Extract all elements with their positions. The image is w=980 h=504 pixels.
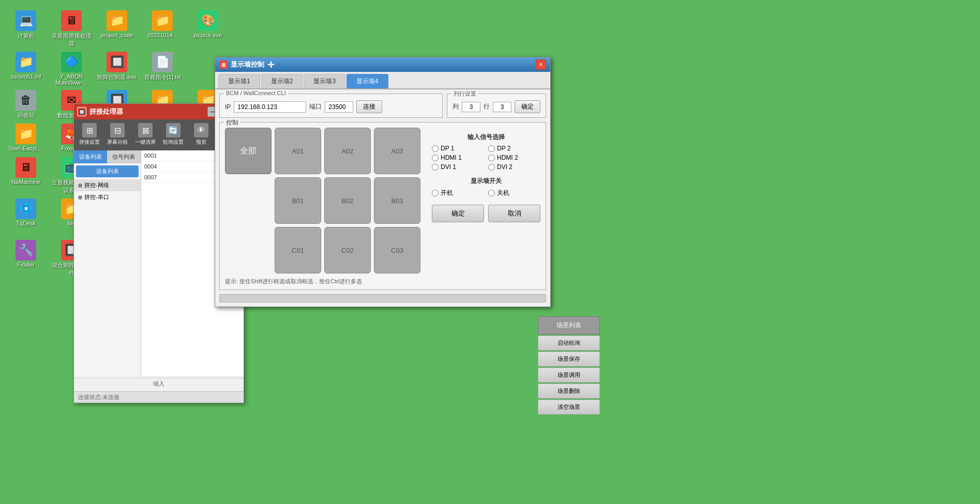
processor-title: 拼接处理器 — [89, 107, 123, 116]
display-control-titlebar: ⊞ 显示墙控制 ✛ × — [215, 57, 550, 72]
desktop-icon-fiddler[interactable]: 🔧 Fiddler — [5, 240, 47, 277]
scene-action-save[interactable]: 场景保存 — [538, 352, 600, 366]
display-control-window: ⊞ 显示墙控制 ✛ × 显示墙1 显示墙2 显示墙3 显示墙4 BCM / Wa… — [215, 57, 551, 307]
connect-btn[interactable]: 连接 — [356, 100, 382, 113]
ip-label: IP — [225, 103, 231, 111]
desktop-icon-matrix-ctrl[interactable]: 🔲 矩阵控制器.exe — [96, 52, 138, 86]
tool-btn-screen-group[interactable]: ⊟ 屏幕分组 — [104, 121, 131, 148]
tool-btn-preview[interactable]: 👁 预览 — [188, 121, 215, 148]
port-input[interactable] — [325, 101, 353, 113]
radio-hdmi1[interactable]: HDMI 1 — [432, 154, 484, 161]
tool-btn-polling[interactable]: 🔄 轮询设置 — [160, 121, 187, 148]
bottom-scroll[interactable] — [219, 294, 546, 302]
desktop-icon-start-easy[interactable]: 📁 Start-EasyL... — [5, 124, 47, 153]
scene-action-start-poll[interactable]: 启动轮询 — [538, 335, 600, 350]
desktop-icon-namachine[interactable]: 🖥 NaMachine — [5, 157, 47, 194]
processor-sidebar: 设备列表 信号列表 设备列表 拼控-网络 拼控-串口 — [74, 150, 141, 376]
desktop-icon-picpick[interactable]: 🎨 picpick.exe — [187, 10, 229, 48]
cell-c03[interactable]: C03 — [374, 227, 420, 273]
cell-b03[interactable]: B03 — [374, 177, 420, 224]
radio-power-on[interactable]: 开机 — [432, 189, 484, 197]
scene-action-apply[interactable]: 场景调用 — [538, 368, 600, 383]
radio-dp2[interactable]: DP 2 — [488, 145, 540, 152]
rc-legend: 列行设置 — [451, 90, 478, 98]
scene-panel: 场景列表 启动轮询 场景保存 场景调用 场景删除 清空场景 — [538, 316, 600, 415]
display-close-btn[interactable]: × — [536, 59, 546, 70]
radio-dvi2[interactable]: DVI 2 — [488, 163, 540, 171]
display-content: BCM / WallConnect CLI IP 端口 连接 列行设置 列 行 … — [215, 89, 550, 307]
processor-statusbar: 连接状态:未连接 — [74, 391, 244, 403]
control-cancel-btn[interactable]: 取消 — [488, 205, 540, 222]
desktop-icon-sscom[interactable]: 📁 sscom51.inf — [5, 52, 47, 86]
bcm-section: BCM / WallConnect CLI IP 端口 连接 — [219, 94, 443, 118]
tool-btn-splice[interactable]: ⊞ 拼接设置 — [76, 121, 103, 148]
cell-a03[interactable]: A03 — [374, 128, 420, 174]
tab-signal-list[interactable]: 信号列表 — [108, 150, 141, 163]
tab-display-2[interactable]: 显示墙2 — [261, 74, 303, 88]
all-btn[interactable]: 全部 — [225, 128, 272, 174]
display-tabs-bar: 显示墙1 显示墙2 显示墙3 显示墙4 — [215, 72, 550, 89]
desktop-icon-computer[interactable]: 💻 计算机 — [5, 10, 47, 48]
row-input[interactable] — [493, 102, 511, 112]
processor-title-icon: 🔲 — [77, 107, 86, 116]
desktop-icon-lxy[interactable]: 🖥 灵星雨拼接处理器 — [51, 10, 92, 48]
tab-display-4[interactable]: 显示墙4 — [346, 74, 388, 88]
display-title-text: 显示墙控制 — [231, 60, 264, 69]
row-col-section: 列行设置 列 行 确定 — [447, 94, 546, 118]
desktop-icon-2022[interactable]: 📁 20221014... — [142, 10, 183, 48]
scene-action-delete[interactable]: 场景删除 — [538, 384, 600, 399]
grid-area: 全部 A01 A02 A03 B01 B02 B03 C01 C02 — [225, 128, 426, 273]
control-legend: 控制 — [224, 118, 240, 127]
radio-dvi1[interactable]: DVI 1 — [432, 163, 484, 171]
rc-confirm-btn[interactable]: 确定 — [515, 100, 540, 113]
device-list-btn[interactable]: 设备列表 — [76, 165, 139, 177]
cell-c02[interactable]: C02 — [324, 227, 371, 273]
control-section: 控制 全部 A01 A02 A03 B01 B02 B03 — [219, 122, 546, 290]
radio-dp1[interactable]: DP 1 — [432, 145, 484, 152]
power-title: 显示墙开关 — [432, 177, 540, 186]
processor-footer: 缩入 — [74, 378, 244, 389]
col-input[interactable] — [462, 102, 480, 112]
cell-b02[interactable]: B02 — [324, 177, 371, 224]
device-item-serial[interactable]: 拼控-串口 — [74, 191, 141, 203]
device-item-network[interactable]: 拼控-网络 — [74, 179, 141, 191]
desktop-icon-projcode[interactable]: 📁 project_code — [96, 10, 138, 48]
cell-a02[interactable]: A02 — [324, 128, 371, 174]
cell-a01[interactable]: A01 — [275, 128, 321, 174]
ip-input[interactable] — [234, 101, 306, 113]
tab-device-list[interactable]: 设备列表 — [74, 150, 108, 163]
scene-list-btn[interactable]: 场景列表 — [538, 316, 600, 334]
col-label: 列 — [453, 102, 459, 111]
desktop-icon-cmd-txt[interactable]: 📄 音视指令[1].txt — [142, 52, 183, 86]
signal-power-area: 输入信号选择 DP 1 DP 2 HDMI 1 HDMI 2 DVI 1 DVI… — [432, 128, 540, 273]
cell-b01[interactable]: B01 — [275, 177, 321, 224]
desktop-icon-yabon[interactable]: 🔷 Y_ABON MultiViww-... — [51, 52, 92, 86]
scene-action-clear[interactable]: 清空场景 — [538, 400, 600, 415]
tool-btn-clear[interactable]: ⊠ 一键清屏 — [132, 121, 159, 148]
radio-power-off[interactable]: 关机 — [488, 189, 540, 197]
tab-display-1[interactable]: 显示墙1 — [218, 74, 260, 88]
row-label: 行 — [484, 102, 490, 111]
control-confirm-btn[interactable]: 确定 — [432, 205, 484, 222]
tab-display-3[interactable]: 显示墙3 — [304, 74, 345, 88]
hint-text: 提示: 按住Shift进行框选或取消框选，按住Ctrl进行多选 — [225, 278, 540, 285]
cell-c01[interactable]: C01 — [275, 227, 321, 273]
signal-title: 输入信号选择 — [432, 133, 540, 142]
desktop-icon-recycle[interactable]: 🗑 回收站 — [5, 90, 47, 119]
desktop-icon-tqdesk[interactable]: 💠 TqDesk — [5, 198, 47, 236]
bcm-legend: BCM / WallConnect CLI — [224, 90, 288, 96]
radio-hdmi2[interactable]: HDMI 2 — [488, 154, 540, 161]
port-label: 端口 — [309, 102, 322, 111]
display-title-icon: ⊞ — [219, 60, 228, 69]
